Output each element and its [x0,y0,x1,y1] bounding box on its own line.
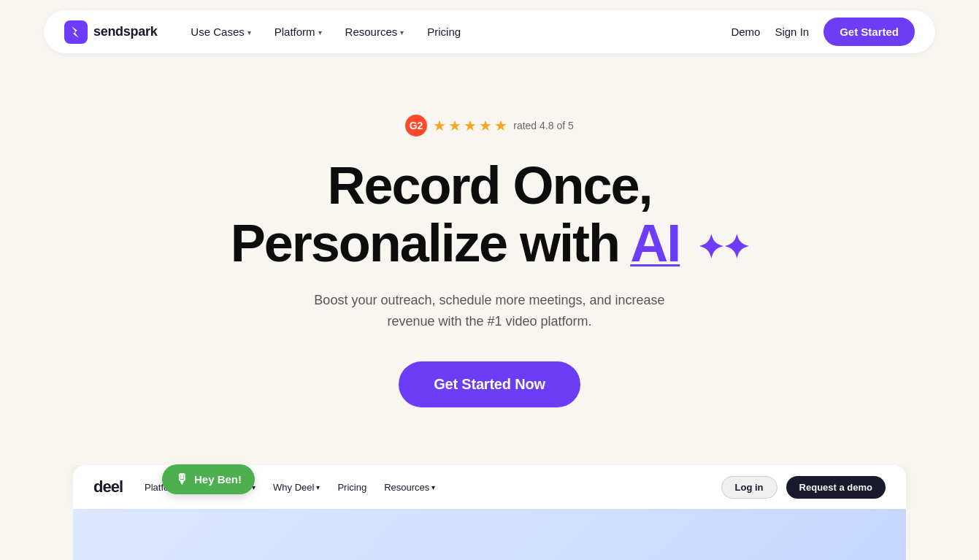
bottom-peek: deel Platform ▾ Use Cases ▾ Why Deel ▾ P… [0,465,979,560]
star-2: ★ [448,117,461,134]
nav-link-use-cases[interactable]: Use Cases ▾ [180,20,261,44]
svg-text:G2: G2 [410,120,423,131]
nav-signin-link[interactable]: Sign In [775,26,809,38]
nav-link-platform[interactable]: Platform ▾ [264,20,332,44]
logo[interactable]: sendspark [64,20,157,44]
page-container: sendspark Use Cases ▾ Platform ▾ Resourc… [0,0,979,560]
sparkle-icon: ✦✦ [697,230,748,265]
logo-text: sendspark [93,24,157,39]
nav-left: sendspark Use Cases ▾ Platform ▾ Resourc… [64,20,471,44]
star-1: ★ [433,117,446,134]
nav-demo-link[interactable]: Demo [731,26,760,38]
g2-logo-icon: G2 [405,115,427,137]
deel-nav-resources[interactable]: Resources ▾ [377,477,442,497]
star-rating: ★ ★ ★ ★ ★ [433,117,507,134]
hero-subtitle: Boost your outreach, schedule more meeti… [300,290,680,332]
main-nav: sendspark Use Cases ▾ Platform ▾ Resourc… [44,10,935,53]
hero-section: G2 ★ ★ ★ ★ ★ rated 4.8 of 5 Record Once,… [0,64,979,437]
nav-right: Demo Sign In Get Started [731,18,915,46]
deel-demo-button[interactable]: Request a demo [786,476,886,499]
chat-text: Hey Ben! [194,473,242,486]
hero-cta-button[interactable]: Get Started Now [399,361,580,407]
nav-get-started-button[interactable]: Get Started [823,18,915,46]
rating-text: rated 4.8 of 5 [513,120,574,131]
nav-link-pricing[interactable]: Pricing [417,20,471,44]
nav-wrapper: sendspark Use Cases ▾ Platform ▾ Resourc… [0,0,979,64]
nav-links: Use Cases ▾ Platform ▾ Resources ▾ Prici… [180,20,471,44]
star-4: ★ [479,117,492,134]
chat-bubble: 🎙 Hey Ben! [162,464,255,494]
hero-headline: Record Once, Personalize with AI ✦✦ [231,157,749,272]
star-5: ★ [494,117,507,134]
ai-highlight: AI [630,214,680,272]
deel-nav-pricing[interactable]: Pricing [330,477,374,497]
deel-login-button[interactable]: Log in [721,476,778,499]
deel-logo: deel [93,477,123,496]
chevron-down-icon: ▾ [400,28,404,37]
g2-rating: G2 ★ ★ ★ ★ ★ rated 4.8 of 5 [405,115,574,137]
logo-icon [64,20,88,44]
chevron-down-icon: ▾ [247,28,251,37]
star-3: ★ [464,117,477,134]
deel-nav-why-deel[interactable]: Why Deel ▾ [266,477,327,497]
chevron-down-icon: ▾ [318,28,322,37]
deel-nav-right: Log in Request a demo [721,476,886,499]
sound-wave-icon: 🎙 [175,472,188,487]
deel-content-area [73,509,906,560]
nav-link-resources[interactable]: Resources ▾ [335,20,415,44]
